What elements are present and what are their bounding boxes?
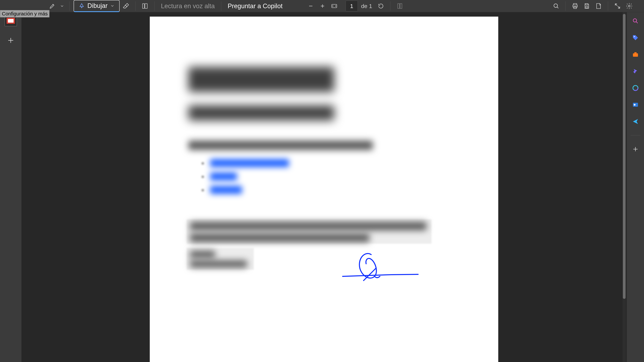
- svg-rect-1: [145, 4, 147, 8]
- vertical-tab-rail: [0, 12, 22, 362]
- rotate-button[interactable]: [376, 1, 386, 11]
- blurred-title: [188, 67, 334, 92]
- ask-copilot-button[interactable]: Preguntar a Copilot: [225, 2, 285, 10]
- image-creator-icon[interactable]: [630, 66, 641, 77]
- svg-point-12: [633, 19, 636, 22]
- erase-button[interactable]: [120, 1, 131, 11]
- pdf-toolbar: Configuración y más Dibujar Lectura en v…: [0, 0, 644, 12]
- blurred-name: [190, 251, 215, 258]
- separator: [630, 135, 640, 135]
- draw-button[interactable]: Dibujar: [74, 0, 120, 12]
- pdf-page-1: [150, 16, 498, 362]
- svg-rect-8: [574, 6, 576, 8]
- copilot-icon[interactable]: [630, 83, 641, 93]
- svg-point-19: [634, 104, 636, 106]
- toc-button[interactable]: [140, 1, 150, 11]
- blurred-paragraph-l1: [190, 222, 426, 230]
- outlook-icon[interactable]: [630, 99, 641, 110]
- svg-rect-9: [586, 4, 588, 5]
- blurred-link-1: [210, 159, 289, 167]
- highlight-button[interactable]: [47, 1, 58, 11]
- svg-point-11: [628, 5, 630, 7]
- separator: [221, 1, 221, 11]
- scrollbar-thumb[interactable]: [623, 14, 626, 299]
- page-total-label: de 1: [361, 3, 372, 9]
- svg-rect-4: [400, 4, 402, 8]
- blurred-link-2: [210, 172, 237, 180]
- separator: [154, 1, 154, 11]
- svg-rect-0: [142, 4, 144, 8]
- config-tooltip: Configuración y más: [0, 10, 50, 17]
- draw-label: Dibujar: [88, 2, 108, 9]
- page-view-button[interactable]: [394, 1, 405, 11]
- svg-rect-15: [634, 52, 636, 53]
- shopping-tag-icon[interactable]: [630, 32, 641, 43]
- blurred-role: [190, 260, 247, 268]
- fullscreen-button[interactable]: [612, 1, 623, 11]
- read-aloud-button[interactable]: Lectura en voz alta: [158, 2, 217, 10]
- search-toolbar-button[interactable]: [551, 1, 562, 11]
- highlight-chevron-icon[interactable]: [59, 4, 66, 8]
- zoom-out-button[interactable]: [306, 1, 316, 11]
- separator: [135, 1, 136, 11]
- browser-side-rail: [626, 12, 644, 362]
- pdf-icon: [6, 18, 15, 24]
- blurred-link-3: [210, 186, 242, 194]
- separator: [566, 1, 566, 11]
- bullet-icon: [202, 176, 204, 178]
- save-as-button[interactable]: [593, 1, 604, 11]
- print-button[interactable]: [570, 1, 580, 11]
- vertical-scrollbar[interactable]: [622, 12, 626, 362]
- settings-button[interactable]: [624, 1, 634, 11]
- blurred-paragraph-l2: [190, 234, 370, 242]
- separator: [390, 1, 390, 11]
- save-button[interactable]: [582, 1, 592, 11]
- bullet-icon: [202, 189, 204, 191]
- tools-icon[interactable]: [630, 49, 641, 60]
- zoom-in-button[interactable]: [317, 1, 328, 11]
- new-tab-button[interactable]: [3, 33, 18, 48]
- svg-rect-14: [633, 53, 638, 57]
- svg-rect-10: [586, 6, 588, 8]
- send-icon[interactable]: [630, 116, 641, 127]
- page-number-input[interactable]: [346, 1, 358, 11]
- svg-point-5: [554, 4, 558, 7]
- blurred-subtitle: [188, 105, 334, 120]
- blurred-body-line: [188, 141, 373, 150]
- search-sidebar-icon[interactable]: [630, 15, 641, 26]
- document-viewport[interactable]: [22, 12, 626, 362]
- svg-rect-3: [398, 4, 400, 8]
- fit-page-button[interactable]: [329, 1, 340, 11]
- add-sidebar-button[interactable]: [630, 144, 641, 155]
- signature-drawing: [341, 250, 420, 285]
- bullet-icon: [202, 162, 204, 164]
- svg-point-13: [634, 36, 635, 37]
